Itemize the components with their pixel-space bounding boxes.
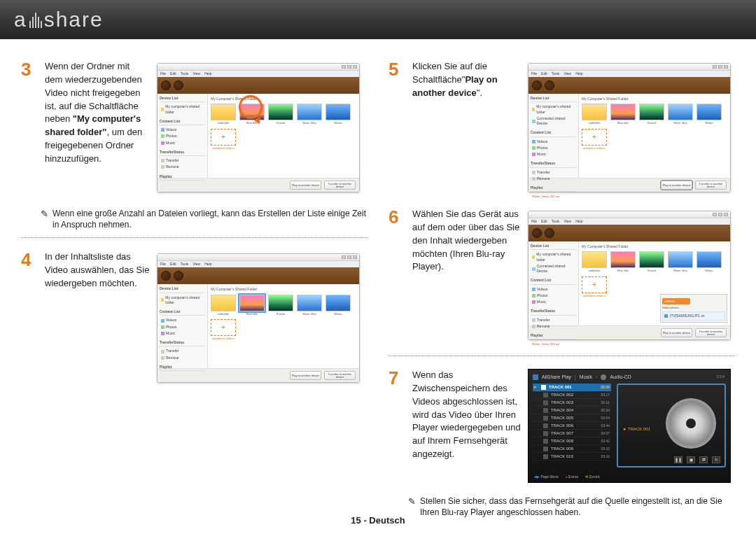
player-screen: AllShare Play | Musik › Audio-CD 1/14 ▸T… [528,369,731,483]
note-icon: ✎ [41,208,48,230]
step-3-text: Wenn der Ordner mit dem wiederzugebenden… [45,60,150,166]
cd-disc-icon [666,398,716,449]
step-4: 4 In der Inhaltsliste das Video auswähle… [21,251,368,386]
logo-text-left: a [14,8,27,31]
content-pane: My Computer's Shared Folder subfolder Bl… [208,94,359,178]
step-5-screenshot: FileEditToolsViewHelp Device List My com… [528,60,735,195]
step-3: 3 Wenn der Ordner mit dem wiederzugebend… [21,60,368,195]
left-column: 3 Wenn der Ordner mit dem wiederzugebend… [21,60,368,522]
player-footer: ◀▶ Page Move ● Extras ⟲ Zurück [534,475,600,479]
app-menu: FileEditToolsViewHelp [158,71,359,77]
app-header: a share [0,0,756,39]
step-5-text: Klicken Sie auf die Schaltfläche"Play on… [412,60,521,100]
stop-icon[interactable]: ◼ [687,456,695,463]
step-number: 4 [21,251,36,386]
step-4-screenshot: FileEditToolsViewHelp Device ListMy comp… [157,251,368,386]
step-number: 7 [388,369,404,483]
logo-text-right: share [44,8,104,31]
track-row[interactable]: TRACK 00603:44 [533,422,611,430]
allshare-logo: a share [14,8,104,31]
page-content: 3 Wenn der Ordner mit dem wiederzugebend… [0,39,756,529]
track-row[interactable]: TRACK 00704:07 [533,430,611,437]
repeat-icon[interactable]: ↻ [712,456,720,463]
titlebar [158,64,359,71]
step-number: 3 [21,60,36,195]
sidebar: Device ListMy computer's shared folder C… [158,94,208,178]
step-number: 5 [388,60,404,195]
callout-ring-icon [239,95,262,119]
track-row[interactable]: TRACK 01003:16 [533,453,611,461]
page-footer: 15 - Deutsch [0,515,756,526]
allshare-play-icon [533,374,538,380]
step-number: 6 [388,208,404,343]
divider [21,237,368,238]
track-row[interactable]: TRACK 00203:17 [533,391,611,399]
app-toolbar [158,77,359,94]
step-6-text: Wählen Sie das Gerät aus auf dem oder üb… [412,208,521,274]
track-row[interactable]: TRACK 00305:21 [533,399,611,407]
track-row[interactable]: TRACK 00405:34 [533,407,611,414]
step-7-screenshot: AllShare Play | Musik › Audio-CD 1/14 ▸T… [528,369,735,483]
step-6-screenshot: FileEditToolsViewHelp Device List My com… [528,208,735,343]
now-playing-pane: ▸TRACK 001 ❚❚ ◼ ⇄ ↻ [617,384,726,468]
step-7-text: Wenn das Zwischenspeichern des Videos ab… [412,369,521,461]
track-row[interactable]: TRACK 00803:42 [533,437,611,445]
track-row[interactable]: TRACK 00502:54 [533,414,611,422]
track-row[interactable]: ▸TRACK 00102:38 [533,384,611,391]
track-row[interactable]: TRACK 00903:15 [533,445,611,453]
step-4-text: In der Inhaltsliste das Video auswählen,… [45,251,150,290]
player-controls: ❚❚ ◼ ⇄ ↻ [674,456,720,463]
step-7: 7 Wenn das Zwischenspeichern des Videos … [388,369,735,483]
step-5: 5 Klicken Sie auf die Schaltfläche"Play … [388,60,735,195]
divider [388,356,735,356]
right-column: 5 Klicken Sie auf die Schaltfläche"Play … [388,60,735,522]
step-6: 6 Wählen Sie das Gerät aus auf dem oder … [388,208,735,343]
logo-bars-icon [29,11,42,28]
shuffle-icon[interactable]: ⇄ [699,456,708,463]
track-list: ▸TRACK 00102:38TRACK 00203:17TRACK 00305… [533,384,611,468]
step-3-screenshot: FileEditToolsViewHelp Device ListMy comp… [157,60,368,195]
disc-icon [601,374,606,380]
pause-icon[interactable]: ❚❚ [674,456,682,463]
step-3-note: ✎ Wenn eine große Anzahl an Dateien vorl… [41,208,368,230]
